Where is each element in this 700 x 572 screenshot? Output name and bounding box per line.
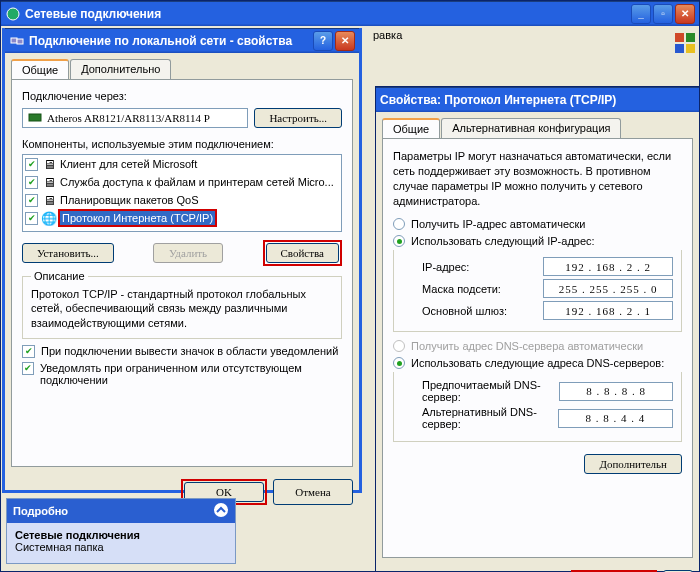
radio-manual-ip[interactable]: [393, 235, 405, 247]
tcpip-titlebar: Свойства: Протокол Интернета (TCP/IP): [376, 87, 699, 112]
chevron-up-icon[interactable]: [213, 502, 229, 520]
configure-button[interactable]: Настроить...: [254, 108, 342, 128]
network-icon: [5, 6, 21, 22]
details-header-label: Подробно: [13, 505, 68, 517]
description-label: Описание: [31, 270, 88, 282]
menu-item[interactable]: равка: [373, 29, 402, 41]
dns1-label: Предпочитаемый DNS-сервер:: [422, 379, 559, 403]
list-item[interactable]: ✔ 🖥 Планировщик пакетов QoS: [23, 191, 341, 209]
svg-rect-4: [686, 44, 695, 53]
radio-manual-ip-label: Использовать следующий IP-адрес:: [411, 235, 595, 247]
radio-auto-ip-label: Получить IP-адрес автоматически: [411, 218, 585, 230]
components-label: Компоненты, используемые этим подключени…: [22, 138, 342, 150]
gateway-label: Основной шлюз:: [422, 305, 507, 317]
notify-checkbox[interactable]: ✔: [22, 345, 35, 358]
install-button[interactable]: Установить...: [22, 243, 114, 263]
mask-label: Маска подсети:: [422, 283, 501, 295]
svg-rect-2: [686, 33, 695, 42]
list-item[interactable]: ✔ 🌐 Протокол Интернета (TCP/IP): [23, 209, 341, 227]
components-list[interactable]: ✔ 🖥 Клиент для сетей Microsoft ✔ 🖥 Служб…: [22, 154, 342, 232]
svg-rect-7: [29, 114, 41, 121]
tcpip-properties-window: Свойства: Протокол Интернета (TCP/IP) Об…: [375, 86, 700, 572]
list-item[interactable]: ✔ 🖥 Клиент для сетей Microsoft: [23, 155, 341, 173]
radio-auto-dns: [393, 340, 405, 352]
svg-rect-3: [675, 44, 684, 53]
checkbox-icon[interactable]: ✔: [25, 194, 38, 207]
adapter-icon: [27, 110, 43, 126]
adapter-field: Atheros AR8121/AR8113/AR8114 P: [22, 108, 248, 128]
notify-label: При подключении вывести значок в области…: [41, 345, 338, 357]
dns1-input[interactable]: 8 . 8 . 8 . 8: [559, 382, 673, 401]
list-item-label: Служба доступа к файлам и принтерам сете…: [60, 176, 334, 188]
connection-icon: [9, 33, 25, 49]
list-item-label: Клиент для сетей Microsoft: [60, 158, 197, 170]
svg-rect-6: [17, 39, 23, 44]
tab-advanced[interactable]: Дополнительно: [70, 59, 171, 79]
tab-general[interactable]: Общие: [11, 59, 69, 79]
tcpip-tabs: Общие Альтернативная конфигурация: [376, 112, 699, 138]
mask-input[interactable]: 255 . 255 . 255 . 0: [543, 279, 673, 298]
limited-checkbox[interactable]: ✔: [22, 362, 34, 375]
svg-rect-1: [675, 33, 684, 42]
tcpip-tab-body: Параметры IP могут назначаться автоматич…: [382, 138, 693, 558]
details-title: Сетевые подключения: [15, 529, 227, 541]
tcpip-intro: Параметры IP могут назначаться автоматич…: [393, 149, 682, 208]
description-text: Протокол TCP/IP - стандартный протокол г…: [31, 287, 333, 330]
radio-auto-ip[interactable]: [393, 218, 405, 230]
windows-logo-icon: [673, 31, 697, 55]
conn-help-button[interactable]: ?: [313, 31, 333, 51]
details-header[interactable]: Подробно: [7, 499, 235, 523]
conn-cancel-button[interactable]: Отмена: [273, 479, 353, 505]
gateway-input[interactable]: 192 . 168 . 2 . 1: [543, 301, 673, 320]
conn-tab-body: Подключение через: Atheros AR8121/AR8113…: [11, 79, 353, 467]
list-item-label: Протокол Интернета (TCP/IP): [60, 211, 215, 225]
details-subtitle: Системная папка: [15, 541, 227, 553]
radio-manual-dns-label: Использовать следующие адреса DNS-сервер…: [411, 357, 664, 369]
conn-title: Подключение по локальной сети - свойства: [29, 34, 313, 48]
tcpip-title: Свойства: Протокол Интернета (TCP/IP): [380, 93, 695, 107]
checkbox-icon[interactable]: ✔: [25, 176, 38, 189]
ip-input[interactable]: 192 . 168 . 2 . 2: [543, 257, 673, 276]
tab-tcpip-general[interactable]: Общие: [382, 118, 440, 138]
checkbox-icon[interactable]: ✔: [25, 158, 38, 171]
list-item[interactable]: ✔ 🖥 Служба доступа к файлам и принтерам …: [23, 173, 341, 191]
qos-icon: 🖥: [41, 192, 57, 208]
main-maximize-button[interactable]: ▫: [653, 4, 673, 24]
svg-point-0: [7, 8, 19, 20]
details-panel: Подробно Сетевые подключения Системная п…: [6, 498, 236, 564]
properties-button[interactable]: Свойства: [266, 243, 339, 263]
tcpip-icon: 🌐: [41, 210, 57, 226]
adapter-name: Atheros AR8121/AR8113/AR8114 P: [47, 112, 210, 124]
dns2-label: Альтернативный DNS-сервер:: [422, 406, 558, 430]
tab-tcpip-alt[interactable]: Альтернативная конфигурация: [441, 118, 621, 138]
svg-rect-5: [11, 38, 17, 43]
main-titlebar: Сетевые подключения _ ▫ ✕: [1, 1, 699, 26]
service-icon: 🖥: [41, 174, 57, 190]
client-icon: 🖥: [41, 156, 57, 172]
limited-label: Уведомлять при ограниченном или отсутств…: [40, 362, 342, 386]
main-title: Сетевые подключения: [25, 7, 631, 21]
svg-point-8: [214, 503, 228, 517]
connect-via-label: Подключение через:: [22, 90, 342, 102]
radio-manual-dns[interactable]: [393, 357, 405, 369]
main-minimize-button[interactable]: _: [631, 4, 651, 24]
uninstall-button: Удалить: [153, 243, 223, 263]
dns2-input[interactable]: 8 . 8 . 4 . 4: [558, 409, 673, 428]
connection-properties-window: Подключение по локальной сети - свойства…: [2, 28, 362, 493]
conn-tabs: Общие Дополнительно: [5, 53, 359, 79]
ip-label: IP-адрес:: [422, 261, 469, 273]
radio-auto-dns-label: Получить адрес DNS-сервера автоматически: [411, 340, 643, 352]
conn-close-button[interactable]: ✕: [335, 31, 355, 51]
conn-titlebar: Подключение по локальной сети - свойства…: [5, 28, 359, 53]
list-item-label: Планировщик пакетов QoS: [60, 194, 199, 206]
tcpip-advanced-button[interactable]: Дополнительн: [584, 454, 682, 474]
checkbox-icon[interactable]: ✔: [25, 212, 38, 225]
main-close-button[interactable]: ✕: [675, 4, 695, 24]
